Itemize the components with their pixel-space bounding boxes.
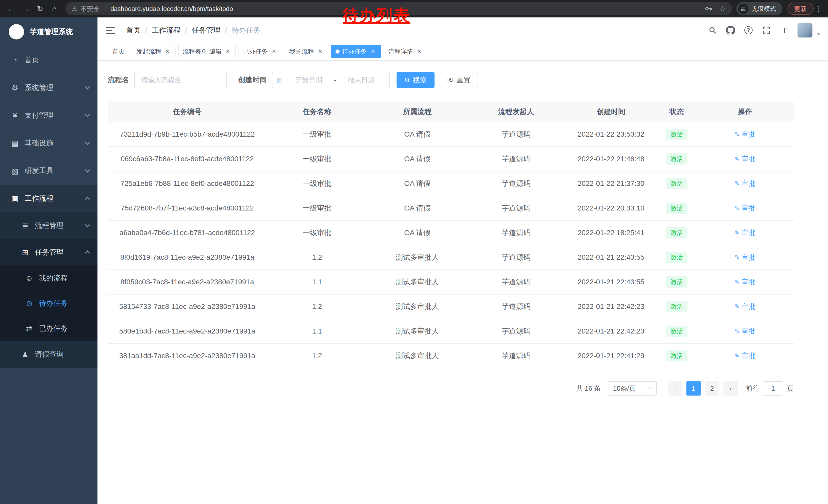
hamburger-icon[interactable] — [106, 25, 117, 36]
edit-icon: ✎ — [734, 278, 740, 286]
sidebar-item-label: 任务管理 — [35, 247, 64, 257]
approve-button[interactable]: ✎ 审批 — [734, 277, 755, 287]
refresh-button[interactable]: ↻ — [33, 2, 47, 16]
tab-done-tasks[interactable]: 已办任务 × — [239, 45, 282, 58]
page-button-1[interactable]: 1 — [687, 381, 701, 396]
initiator-cell: 芋道源码 — [467, 319, 565, 343]
update-button[interactable]: 更新 — [787, 3, 814, 15]
date-range-picker[interactable]: ▦ - — [272, 72, 390, 88]
sidebar-item-label: 已办任务 — [39, 324, 68, 333]
breadcrumb-item[interactable]: 任务管理 — [192, 26, 220, 35]
status-cell: 激活 — [657, 196, 696, 221]
approve-button[interactable]: ✎ 审批 — [734, 327, 755, 336]
star-icon[interactable]: ☆ — [719, 5, 726, 13]
status-cell: 激活 — [657, 343, 696, 368]
tab-home[interactable]: 首页 — [108, 45, 129, 58]
breadcrumb-item[interactable]: 工作流程 — [152, 26, 180, 35]
tab-process-detail[interactable]: 流程详情 × — [384, 45, 427, 58]
start-date-input[interactable] — [285, 76, 333, 84]
table-row: 75d72608-7b7f-11ec-a3c8-acde48001122 一级审… — [108, 196, 794, 221]
tab-start-process[interactable]: 发起流程 × — [132, 45, 175, 58]
close-icon[interactable]: × — [416, 48, 423, 55]
close-icon[interactable]: × — [317, 48, 324, 55]
total-count: 共 16 条 — [576, 384, 601, 393]
app-title: 芋道管理系统 — [30, 27, 73, 37]
approve-button[interactable]: ✎ 审批 — [734, 351, 755, 360]
table-row: 73211d9d-7b9b-11ec-b5b7-acde48001122 一级审… — [108, 122, 794, 147]
create-time-label: 创建时间 — [238, 75, 267, 85]
close-icon[interactable]: × — [369, 48, 377, 55]
sidebar-item-home[interactable]: ◔ 首页 — [0, 46, 97, 74]
prev-page-button[interactable]: ‹ — [668, 381, 682, 396]
github-icon[interactable] — [726, 25, 736, 35]
initiator-cell: 芋道源码 — [467, 343, 565, 368]
search-button[interactable]: 搜索 — [397, 72, 434, 88]
help-icon[interactable]: ? — [743, 25, 754, 35]
col-task-id: 任务编号 — [108, 101, 267, 122]
sidebar-item-leave-query[interactable]: ♟ 请假查询 — [0, 341, 97, 368]
approve-button[interactable]: ✎ 审批 — [734, 179, 755, 188]
approve-button[interactable]: ✎ 审批 — [734, 302, 755, 311]
tab-todo-tasks[interactable]: 待办任务 × — [331, 45, 381, 58]
tab-my-processes[interactable]: 我的流程 × — [285, 45, 328, 58]
close-icon[interactable]: × — [224, 48, 232, 55]
sidebar-item-label: 系统管理 — [25, 83, 53, 93]
process-name-input[interactable] — [134, 72, 227, 88]
action-cell: ✎ 审批 — [696, 294, 794, 319]
refresh-icon: ↻ — [448, 76, 454, 84]
status-badge: 激活 — [666, 202, 688, 214]
approve-button[interactable]: ✎ 审批 — [734, 228, 755, 237]
approve-button[interactable]: ✎ 审批 — [734, 203, 755, 213]
search-icon[interactable] — [707, 25, 718, 35]
back-button[interactable]: ← — [4, 2, 18, 16]
fullscreen-icon[interactable] — [761, 25, 772, 35]
browser-menu-button[interactable]: ⋮ — [814, 5, 824, 13]
sidebar-item-my-processes[interactable]: ☺ 我的流程 — [0, 266, 97, 291]
sidebar-item-system-management[interactable]: ⚙ 系统管理 — [0, 74, 97, 101]
sidebar-item-task-management[interactable]: ⊞ 任务管理 — [0, 239, 97, 266]
approve-button[interactable]: ✎ 审批 — [734, 253, 755, 262]
create-time-cell: 2022-01-22 21:48:48 — [565, 147, 657, 171]
avatar-caret-icon[interactable]: ▾ — [817, 31, 820, 38]
sidebar-item-dev-tools[interactable]: ▧ 研发工具 — [0, 157, 97, 185]
next-page-button[interactable]: › — [723, 381, 738, 396]
avatar[interactable] — [797, 22, 813, 38]
sidebar-item-done-tasks[interactable]: ⇄ 已办任务 — [0, 316, 97, 341]
yen-icon: ¥ — [10, 111, 19, 120]
approve-button[interactable]: ✎ 审批 — [734, 154, 755, 164]
breadcrumb-separator: / — [145, 26, 147, 34]
app-logo-row: 芋道管理系统 — [0, 17, 97, 46]
process-cell: 测试多审批人 — [367, 319, 467, 343]
create-time-cell: 2022-01-21 22:42:23 — [565, 319, 657, 343]
sidebar-item-payment-management[interactable]: ¥ 支付管理 — [0, 101, 97, 129]
task-name-cell: 1.1 — [267, 270, 367, 294]
task-management-icon: ⊞ — [20, 248, 30, 257]
forward-button[interactable]: → — [18, 2, 33, 16]
chevron-down-icon — [86, 170, 89, 172]
sidebar-item-process-management[interactable]: ≣ 流程管理 — [0, 212, 97, 239]
goto-page-input[interactable] — [763, 381, 783, 396]
sidebar-item-infrastructure[interactable]: ▤ 基础设施 — [0, 129, 97, 157]
create-time-cell: 2022-01-22 20:33:10 — [565, 196, 657, 221]
sidebar-item-label: 支付管理 — [25, 110, 53, 120]
reset-button[interactable]: ↻ 重置 — [441, 72, 478, 88]
font-size-icon[interactable]: T — [779, 25, 790, 35]
close-icon[interactable]: × — [271, 48, 278, 55]
approve-button[interactable]: ✎ 审批 — [734, 130, 755, 139]
end-date-input[interactable] — [337, 76, 385, 84]
chevron-down-icon — [86, 225, 89, 227]
next-icon: › — [730, 384, 732, 393]
tab-process-form-edit[interactable]: 流程表单-编辑 × — [178, 45, 236, 58]
sidebar-item-label: 工作流程 — [25, 193, 53, 203]
home-button[interactable]: ⌂ — [47, 2, 61, 16]
sidebar-item-todo-tasks[interactable]: ⊙ 待办任务 — [0, 291, 97, 316]
sidebar-item-workflow[interactable]: ▣ 工作流程 — [0, 185, 97, 212]
task-id-cell: 8f059c03-7ac8-11ec-a9e2-a2380e71991a — [108, 270, 267, 294]
status-badge: 激活 — [666, 326, 688, 337]
breadcrumb-item[interactable]: 首页 — [126, 26, 140, 35]
page-button-2[interactable]: 2 — [705, 381, 719, 396]
page-size-select[interactable]: 10条/页 — [608, 381, 657, 396]
close-icon[interactable]: × — [164, 48, 171, 55]
key-icon[interactable] — [705, 5, 712, 12]
status-cell: 激活 — [657, 270, 696, 294]
